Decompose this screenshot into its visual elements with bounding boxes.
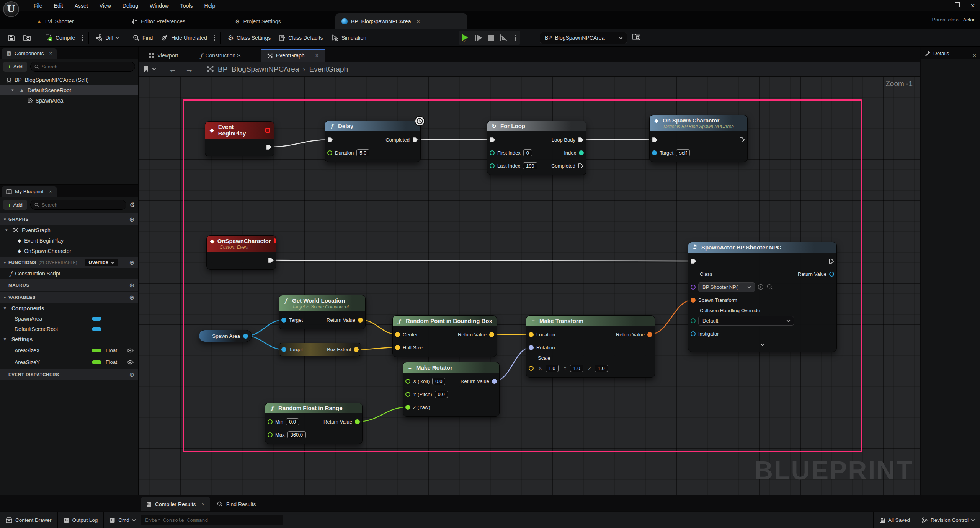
browse-asset-button[interactable]	[19, 31, 35, 44]
vector-pin[interactable]	[395, 332, 400, 337]
variable-group-settings[interactable]: ▾ Settings	[0, 334, 138, 344]
transform-pin[interactable]	[691, 298, 696, 303]
component-row-spawnarea[interactable]: SpawnArea	[0, 95, 138, 106]
menu-asset[interactable]: Asset	[70, 1, 93, 10]
menu-view[interactable]: View	[95, 1, 116, 10]
node-get-box-extent[interactable]: TargetBox Extent	[279, 343, 361, 356]
add-component-button[interactable]: + Add	[3, 62, 27, 72]
float-pin[interactable]	[405, 392, 410, 397]
exec-pin[interactable]	[828, 258, 834, 264]
close-icon[interactable]: ×	[416, 18, 420, 24]
vector-pin[interactable]	[529, 332, 534, 337]
component-row-defaultsceneroot[interactable]: ▾ ▲ DefaultSceneRoot	[0, 85, 138, 95]
object-pin[interactable]	[652, 150, 657, 155]
cmd-dropdown[interactable]: Cmd	[104, 512, 141, 528]
search-input[interactable]	[42, 202, 122, 208]
exec-pin[interactable]	[412, 137, 418, 143]
tab-viewport[interactable]: Viewport	[143, 49, 184, 62]
content-drawer-button[interactable]: Content Drawer	[0, 512, 57, 528]
node-make-transform[interactable]: ≡Make TransformLocationReturn ValueRotat…	[526, 315, 655, 378]
int-pin[interactable]	[490, 163, 495, 168]
play-button[interactable]	[460, 33, 470, 43]
enum-pin[interactable]	[691, 318, 696, 323]
row-onspawncharactor[interactable]: ◆ OnSpawnCharactor	[0, 246, 138, 256]
browse-debug-object-button[interactable]	[632, 33, 641, 42]
value-box[interactable]: 1.0	[570, 365, 583, 372]
visibility-eye-icon[interactable]	[127, 360, 134, 365]
exec-pin[interactable]	[266, 144, 272, 150]
breadcrumb[interactable]: BP_BlogSpawnNPCArea › EventGraph	[218, 65, 348, 73]
exec-pin[interactable]	[652, 137, 658, 143]
override-dropdown[interactable]: Override	[85, 259, 118, 266]
exec-pin[interactable]	[578, 163, 584, 169]
all-saved-status[interactable]: All Saved	[874, 512, 916, 528]
class-settings-button[interactable]: ⚙ Class Settings	[224, 31, 275, 44]
value-box[interactable]: 0	[523, 149, 532, 156]
close-icon[interactable]: ×	[969, 52, 980, 59]
value-box[interactable]: 0.0	[286, 418, 299, 425]
details-panel-tab[interactable]: Details	[921, 48, 953, 59]
blueprint-canvas[interactable]: BLUEPRINT Zoom -1 ◆Event BeginPlayƒDelay…	[139, 77, 920, 495]
close-icon[interactable]: ×	[49, 51, 52, 56]
node-on-spawn-charactor[interactable]: ◆On Spawn CharactorTarget is BP Blog Spa…	[649, 115, 748, 162]
variables-section-header[interactable]: ▾ VARIABLES ⊕	[0, 292, 138, 303]
exec-pin[interactable]	[490, 137, 495, 143]
menu-edit[interactable]: Edit	[49, 1, 68, 10]
find-button[interactable]: Find	[129, 31, 157, 44]
value-box[interactable]: 199	[523, 162, 537, 169]
caret-down-icon[interactable]: ▾	[5, 228, 10, 233]
vector-pin[interactable]	[489, 332, 494, 337]
skip-frame-button[interactable]	[499, 33, 508, 42]
add-function-icon[interactable]: ⊕	[129, 259, 134, 266]
diff-button[interactable]: Diff	[91, 31, 123, 44]
value-box[interactable]: self	[676, 149, 690, 156]
int-pin[interactable]	[490, 150, 495, 155]
variable-row-spawnarea[interactable]: SpawnArea	[0, 313, 138, 324]
float-pin[interactable]	[355, 419, 360, 424]
play-options-kebab-icon[interactable]	[512, 35, 519, 41]
close-button[interactable]: ×	[969, 2, 976, 9]
variable-row-defaultsceneroot[interactable]: DefaultSceneRoot	[0, 324, 138, 334]
value-box[interactable]: 1.0	[546, 365, 559, 372]
tab-bp-blogspawnnpcarea[interactable]: BP_BlogSpawnNPCArea ×	[335, 13, 467, 29]
class-pin[interactable]	[691, 285, 696, 290]
vector-pin[interactable]	[354, 347, 359, 352]
node-onspawncharactor-event[interactable]: ◆OnSpawnCharactorCustom Event	[206, 235, 276, 270]
caret-down-icon[interactable]: ▾	[11, 88, 16, 93]
restore-button[interactable]	[952, 2, 959, 9]
output-log-button[interactable]: Output Log	[58, 512, 104, 528]
value-box[interactable]: 5.0	[356, 149, 369, 156]
my-blueprint-search[interactable]	[30, 200, 126, 210]
tab-compiler-results[interactable]: Compiler Results ×	[141, 497, 210, 511]
menu-help[interactable]: Help	[200, 1, 220, 10]
parent-class-link[interactable]: Actor	[963, 17, 975, 23]
node-spawn-area-getter[interactable]: Spawn Area	[199, 330, 252, 342]
component-row-root[interactable]: BP_BlogSpawnNPCArea (Self)	[0, 75, 138, 85]
event-dispatchers-section-header[interactable]: EVENT DISPATCHERS ⊕	[0, 369, 138, 380]
row-construction-script[interactable]: ƒ Construction Script	[0, 268, 138, 279]
stop-button[interactable]	[487, 34, 495, 42]
my-blueprint-panel-tab[interactable]: My Blueprint ×	[2, 186, 57, 197]
node-get-world-location[interactable]: ƒGet World LocationTarget is Scene Compo…	[279, 295, 366, 329]
debug-object-selector[interactable]: BP_BlogSpawnNPCArea	[540, 32, 627, 44]
node-spawnactor-bp-shooter-npc[interactable]: SpawnActor BP Shooter NPCClassReturn Val…	[688, 242, 837, 352]
components-search[interactable]	[30, 62, 135, 72]
menu-tools[interactable]: Tools	[176, 1, 198, 10]
tab-eventgraph[interactable]: EventGraph ×	[261, 49, 325, 62]
forward-arrow-icon[interactable]: →	[183, 65, 196, 74]
class-picker-dropdown[interactable]: BP Shooter NP(	[698, 282, 755, 292]
graphs-section-header[interactable]: ▾ GRAPHS ⊕	[0, 213, 138, 225]
transform-pin[interactable]	[647, 332, 652, 337]
exec-pin[interactable]	[691, 258, 696, 264]
settings-gear-icon[interactable]: ⚙	[129, 201, 135, 209]
object-pin[interactable]	[281, 318, 286, 323]
add-variable-icon[interactable]: ⊕	[129, 294, 134, 301]
minimize-button[interactable]: —	[936, 2, 942, 9]
float-pin[interactable]	[268, 419, 273, 424]
tab-lvl-shooter[interactable]: ▲ Lvl_Shooter	[31, 13, 80, 29]
object-pin[interactable]	[281, 347, 286, 352]
node-delay[interactable]: ƒDelayCompletedDuration5.0	[325, 121, 421, 162]
row-eventgraph[interactable]: ▾ EventGraph	[0, 225, 138, 235]
step-forward-button[interactable]	[474, 33, 483, 42]
rotator-pin[interactable]	[492, 379, 497, 384]
